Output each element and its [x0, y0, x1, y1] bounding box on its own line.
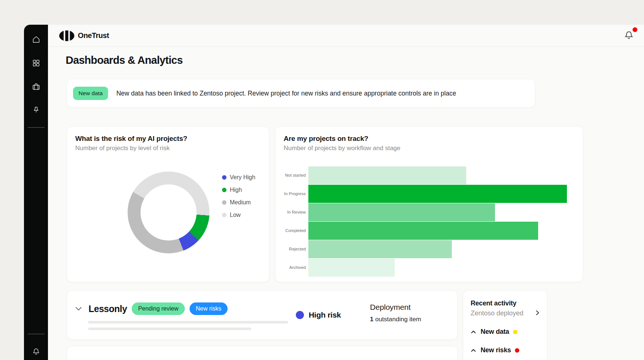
- bar-in-review[interactable]: [308, 203, 495, 221]
- workflow-chart-subtitle: Number of projects by workflow and stage: [284, 145, 401, 152]
- topbar: OneTrust: [48, 25, 644, 47]
- onetrust-logo[interactable]: OneTrust: [59, 30, 109, 41]
- chevron-up-icon: [471, 347, 476, 354]
- workflow-chart-card: Are my projects on track? Number of proj…: [275, 126, 583, 282]
- chevron-down-icon[interactable]: [75, 306, 83, 312]
- risk-donut-chart[interactable]: [128, 172, 210, 253]
- bar-row-not-started: Not started: [276, 166, 583, 184]
- legend-item-high: High: [222, 186, 255, 194]
- risk-level-label: High risk: [309, 311, 341, 319]
- yellow-status-dot: [513, 330, 517, 334]
- legend-dot-very-high: [222, 175, 226, 180]
- chevron-right-icon: [535, 310, 540, 317]
- bar-in-progress[interactable]: [308, 185, 567, 203]
- recent-activity-panel: Recent activity Zentoso deployed New dat…: [463, 290, 547, 360]
- red-status-dot: [515, 348, 519, 353]
- bar-archived[interactable]: [308, 259, 395, 277]
- sidebar-bottom-divider: [28, 334, 45, 334]
- high-risk-dot: [296, 311, 304, 319]
- bar-row-archived: Archived: [276, 258, 583, 277]
- chevron-up-icon: [471, 329, 476, 335]
- recent-activity-title: Recent activity: [471, 300, 540, 307]
- legend-dot-high: [222, 188, 226, 192]
- app-window: OneTrust Dashboards & Analytics New data…: [24, 25, 644, 360]
- stage-label: Deployment: [370, 303, 421, 312]
- bar-completed[interactable]: [308, 222, 538, 240]
- briefcase-icon[interactable]: [29, 79, 44, 94]
- legend-item-medium: Medium: [222, 198, 255, 207]
- page-title: Dashboards & Analytics: [66, 54, 183, 66]
- skeleton-line: [88, 321, 288, 323]
- bar-row-in-progress: In Progress: [276, 184, 583, 203]
- legend-item-low: Low: [222, 211, 255, 219]
- unread-notification-dot: [633, 27, 637, 32]
- bar-rejected[interactable]: [308, 240, 452, 258]
- skeleton-line: [88, 328, 251, 330]
- new-risks-badge: New risks: [190, 302, 228, 315]
- risk-legend: Very High High Medium Low: [222, 173, 255, 224]
- apps-grid-icon[interactable]: [29, 56, 44, 70]
- new-data-badge: New data: [73, 87, 108, 100]
- project-row-lessonly: Lessonly Pending review New risks High r…: [67, 290, 458, 340]
- zentoso-deployed-link[interactable]: Zentoso deployed: [471, 309, 540, 317]
- legend-dot-medium: [222, 200, 226, 205]
- donut-hole: [141, 184, 197, 240]
- project-name: Lessonly: [89, 304, 127, 314]
- risk-chart-card: What is the risk of my AI projects? Numb…: [67, 126, 269, 282]
- risk-chart-subtitle: Number of projects by level of risk: [75, 145, 187, 152]
- legend-dot-low: [222, 213, 226, 217]
- project-row-card-partial[interactable]: [67, 346, 458, 360]
- bar-not-started[interactable]: [308, 166, 466, 184]
- legend-item-very-high: Very High: [222, 173, 255, 181]
- banner-message: New data has been linked to Zentoso proj…: [116, 90, 456, 97]
- workflow-bar-chart: Not started In Progress In Review Comple…: [276, 166, 583, 277]
- activity-item-new-risks[interactable]: New risks: [471, 346, 540, 354]
- activity-item-new-data[interactable]: New data: [471, 328, 540, 336]
- pin-icon[interactable]: [29, 103, 44, 118]
- new-data-banner: New data New data has been linked to Zen…: [67, 79, 535, 108]
- risk-chart-title: What is the risk of my AI projects?: [75, 135, 187, 143]
- sidebar-divider: [28, 127, 45, 128]
- bar-row-rejected: Rejected: [276, 240, 583, 258]
- notifications-bell-icon[interactable]: [623, 30, 636, 42]
- bar-row-completed: Completed: [276, 221, 583, 240]
- bar-row-in-review: In Review: [276, 203, 583, 221]
- brand-name: OneTrust: [78, 31, 109, 40]
- home-icon[interactable]: [29, 32, 44, 47]
- sidebar: [24, 25, 48, 360]
- outstanding-items: 1 outstanding item: [370, 316, 421, 323]
- onetrust-logo-icon: [59, 30, 75, 41]
- pending-review-badge: Pending review: [132, 302, 184, 315]
- sidebar-bell-icon[interactable]: [29, 345, 44, 359]
- workflow-chart-title: Are my projects on track?: [284, 135, 401, 143]
